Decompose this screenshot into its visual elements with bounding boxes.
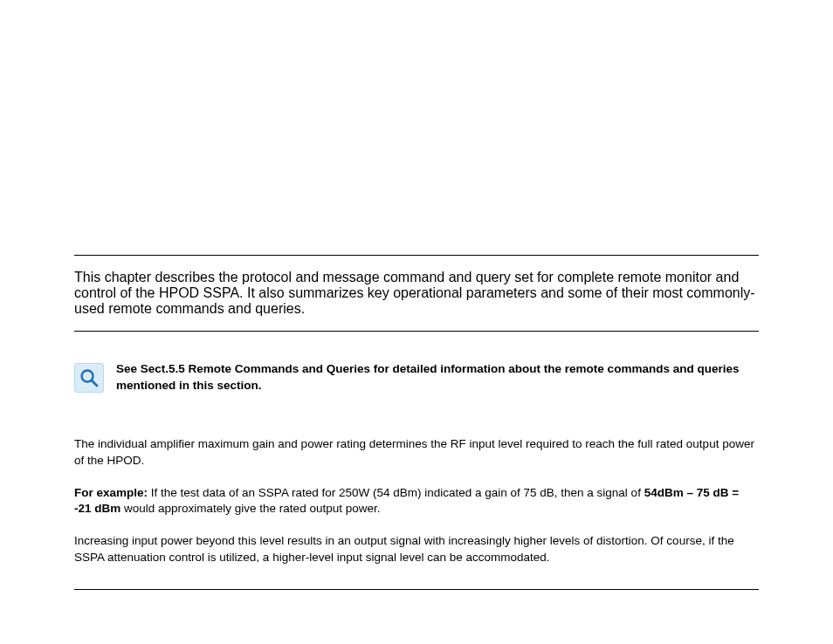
- svg-line-1: [92, 380, 97, 386]
- example-mid: If the test data of an SSPA rated for 25…: [148, 486, 644, 499]
- section-rule-mid: [74, 331, 759, 332]
- note-text: See Sect.5.5 Remote Commands and Queries…: [116, 361, 759, 394]
- body-paragraph-1: The individual amplifier maximum gain an…: [74, 436, 759, 469]
- chapter-intro-paragraph: This chapter describes the protocol and …: [74, 270, 759, 317]
- magnifier-icon: [74, 363, 104, 393]
- document-page: This chapter describes the protocol and …: [0, 255, 833, 590]
- note-block: See Sect.5.5 Remote Commands and Queries…: [74, 361, 759, 394]
- body-paragraph-2: For example: If the test data of an SSPA…: [74, 485, 759, 518]
- section-rule-top: [74, 255, 759, 256]
- body-section: The individual amplifier maximum gain an…: [74, 436, 759, 566]
- body-paragraph-3: Increasing input power beyond this level…: [74, 533, 759, 566]
- example-tail: would approximately give the rated outpu…: [120, 502, 380, 515]
- example-lead: For example:: [74, 486, 148, 499]
- section-rule-bottom: [74, 589, 759, 590]
